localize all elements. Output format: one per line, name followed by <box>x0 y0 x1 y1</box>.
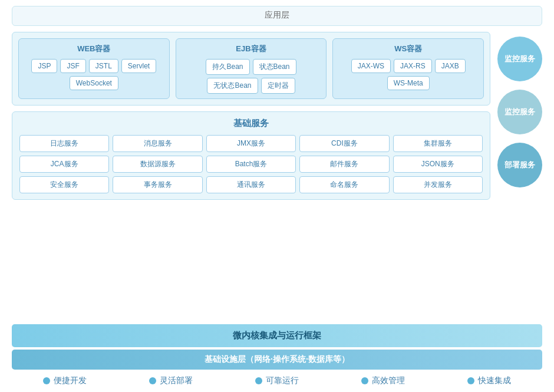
item-servlet: Servlet <box>121 59 156 73</box>
circle-deploy[interactable]: 部署服务 <box>497 143 542 187</box>
ws-container: WS容器 JAX-WS JAX-RS JAXB WS-Meta <box>332 38 484 99</box>
feature-reliable-run: 可靠运行 <box>224 375 330 386</box>
basic-services: 基础服务 日志服务 消息服务 JMX服务 CDI服务 集群服务 JCA服务 数据… <box>12 111 490 200</box>
service-14: 并发服务 <box>393 176 483 193</box>
ws-container-title: WS容器 <box>338 44 479 54</box>
web-container-title: WEB容器 <box>24 44 164 54</box>
feature-dot-3 <box>361 377 368 384</box>
service-1: 消息服务 <box>113 135 202 152</box>
item-jaxb: JAXB <box>435 59 466 73</box>
feature-dot-1 <box>149 377 156 384</box>
service-7: Batch服务 <box>206 156 296 173</box>
feature-convenient-dev: 便捷开发 <box>12 375 118 386</box>
left-section: WEB容器 JSP JSF JSTL Servlet WebSocket EJB… <box>12 32 490 319</box>
services-grid: 日志服务 消息服务 JMX服务 CDI服务 集群服务 JCA服务 数据源服务 B… <box>19 135 483 193</box>
feature-label-2: 可靠运行 <box>266 375 299 386</box>
item-websocket: WebSocket <box>70 76 118 90</box>
feature-efficient-mgmt: 高效管理 <box>330 375 436 386</box>
ws-container-items: JAX-WS JAX-RS JAXB WS-Meta <box>338 59 479 90</box>
ejb-container-items: 持久Bean 状态Bean 无状态Bean 定时器 <box>181 59 322 94</box>
web-container-items: JSP JSF JSTL Servlet WebSocket <box>24 59 164 90</box>
micro-kernel-bar: 微内核集成与运行框架 <box>12 324 542 347</box>
ejb-container: EJB容器 持久Bean 状态Bean 无状态Bean 定时器 <box>176 38 327 99</box>
feature-label-4: 快速集成 <box>478 375 511 386</box>
service-9: JSON服务 <box>393 156 483 173</box>
feature-label-0: 便捷开发 <box>54 375 87 386</box>
basic-services-title: 基础服务 <box>19 118 483 129</box>
service-2: JMX服务 <box>206 135 296 152</box>
feature-label-3: 高效管理 <box>372 375 405 386</box>
bottom-section: 微内核集成与运行框架 基础设施层（网络·操作系统·数据库等） <box>12 324 542 370</box>
item-ws-meta: WS-Meta <box>387 76 430 90</box>
service-10: 安全服务 <box>19 176 109 193</box>
infra-text: 基础设施层（网络·操作系统·数据库等） <box>205 354 349 364</box>
item-jax-rs: JAX-RS <box>394 59 432 73</box>
feature-dot-2 <box>255 377 262 384</box>
item-jax-ws: JAX-WS <box>351 59 391 73</box>
feature-dot-4 <box>467 377 474 384</box>
circle-monitor2[interactable]: 监控服务 <box>497 90 542 134</box>
item-persistent-bean: 持久Bean <box>206 59 249 75</box>
feature-fast-integrate: 快速集成 <box>436 375 542 386</box>
web-container: WEB容器 JSP JSF JSTL Servlet WebSocket <box>18 38 170 99</box>
right-circles: 监控服务 监控服务 部署服务 <box>497 32 542 319</box>
service-3: CDI服务 <box>299 135 389 152</box>
feature-flexible-deploy: 灵活部署 <box>118 375 224 386</box>
micro-kernel-text: 微内核集成与运行框架 <box>233 330 321 340</box>
service-11: 事务服务 <box>113 176 202 193</box>
item-stateful-bean: 状态Bean <box>253 59 296 75</box>
circle-monitor1[interactable]: 监控服务 <box>497 37 542 81</box>
main-content: WEB容器 JSP JSF JSTL Servlet WebSocket EJB… <box>12 32 542 319</box>
item-timer: 定时器 <box>261 78 295 94</box>
item-jsf: JSF <box>60 59 85 73</box>
item-jsp: JSP <box>31 59 57 73</box>
service-5: JCA服务 <box>19 156 109 173</box>
features-row: 便捷开发 灵活部署 可靠运行 高效管理 快速集成 <box>12 375 542 386</box>
service-0: 日志服务 <box>19 135 109 152</box>
feature-label-1: 灵活部署 <box>160 375 193 386</box>
app-layer-text: 应用层 <box>265 10 289 19</box>
item-stateless-bean: 无状态Bean <box>207 78 258 94</box>
item-jstl: JSTL <box>89 59 118 73</box>
service-4: 集群服务 <box>393 135 483 152</box>
service-12: 通讯服务 <box>206 176 296 193</box>
feature-dot-0 <box>43 377 50 384</box>
ejb-container-title: EJB容器 <box>181 44 322 54</box>
infra-bar: 基础设施层（网络·操作系统·数据库等） <box>12 350 542 370</box>
service-6: 数据源服务 <box>113 156 202 173</box>
app-layer-label: 应用层 <box>12 6 542 26</box>
service-13: 命名服务 <box>299 176 389 193</box>
service-8: 邮件服务 <box>299 156 389 173</box>
containers-row: WEB容器 JSP JSF JSTL Servlet WebSocket EJB… <box>12 32 490 106</box>
